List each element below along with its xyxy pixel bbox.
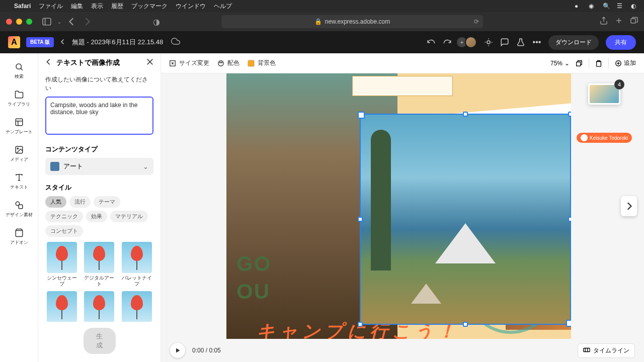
download-button[interactable]: ダウンロード [548, 35, 599, 50]
next-page-button[interactable] [621, 196, 637, 216]
style-chip-material[interactable]: マテリアル [110, 211, 148, 222]
panel-close-button[interactable] [146, 58, 153, 67]
selected-generated-image[interactable] [360, 114, 571, 325]
art-title-box[interactable] [352, 76, 453, 96]
art-text-go[interactable]: GO [236, 252, 271, 276]
prompt-input[interactable] [45, 97, 153, 135]
play-button[interactable] [170, 343, 185, 358]
style-chip-effect[interactable]: 効果 [86, 211, 107, 222]
thumbnail-stack[interactable]: 4 [588, 83, 620, 105]
collaborator-avatars[interactable]: + [459, 36, 477, 48]
generate-button[interactable]: 生成 [84, 328, 116, 354]
nav-elements[interactable]: デザイン素材 [0, 196, 38, 223]
content-type-select[interactable]: アート ⌄ [45, 158, 153, 175]
delete-icon[interactable] [595, 60, 602, 67]
style-item[interactable]: デジタルアート [83, 242, 116, 287]
tips-icon[interactable] [484, 38, 493, 47]
style-chip-theme[interactable]: テーマ [94, 196, 120, 208]
menu-edit[interactable]: 編集 [71, 2, 83, 11]
minimize-window-button[interactable] [16, 19, 22, 25]
selection-handle[interactable] [568, 217, 571, 222]
new-tab-icon[interactable] [615, 17, 623, 27]
style-thumb [122, 291, 152, 322]
duplicate-icon[interactable] [576, 60, 583, 67]
control-center-icon[interactable]: ☰ [617, 3, 624, 10]
window-controls[interactable] [6, 19, 32, 25]
nav-library[interactable]: ライブラリ [0, 85, 38, 113]
style-thumb [122, 242, 152, 273]
resize-button[interactable]: サイズ変更 [169, 59, 209, 67]
lock-icon: 🔒 [314, 18, 322, 25]
nav-text[interactable]: テキスト [0, 168, 38, 196]
document-title[interactable]: 無題 - 2023年6月11日 22.15.48 [72, 38, 163, 47]
menu-help[interactable]: ヘルプ [214, 2, 232, 11]
style-item[interactable]: 雑然さ [120, 291, 153, 322]
text-to-image-panel: テキストで画像作成 作成したい画像について教えてください コンテンツタイプ アー… [38, 53, 161, 362]
add-page-button[interactable]: 追加 [615, 59, 636, 67]
menu-history[interactable]: 履歴 [111, 2, 123, 11]
redo-button[interactable] [443, 38, 452, 47]
nav-back-button[interactable] [67, 17, 76, 26]
shield-icon[interactable]: ◑ [153, 17, 160, 27]
style-item[interactable]: ネオン [83, 291, 116, 322]
style-chip-popular[interactable]: 人気 [45, 196, 66, 208]
share-icon[interactable] [600, 17, 608, 27]
style-chip-concept[interactable]: コンセプト [45, 225, 83, 237]
panel-back-button[interactable] [45, 58, 52, 67]
menu-window[interactable]: ウインドウ [176, 2, 206, 11]
nav-media[interactable]: メディア [0, 140, 38, 168]
search-icon[interactable]: 🔍 [603, 3, 610, 10]
canvas-viewport[interactable]: GO OU キャンプに行こう！ 4 [161, 73, 644, 339]
maximize-window-button[interactable] [26, 19, 32, 25]
style-thumb [84, 291, 114, 322]
comment-icon[interactable] [500, 38, 509, 47]
style-thumb [47, 242, 77, 273]
nav-addons[interactable]: アドオン [0, 223, 38, 251]
undo-button[interactable] [427, 38, 436, 47]
page-thumbnails[interactable]: 4 Keisuke Todoroki [577, 83, 632, 143]
tabs-icon[interactable] [630, 17, 638, 27]
selection-handle[interactable] [568, 112, 571, 117]
adobe-express-logo[interactable]: A [8, 36, 20, 48]
share-button[interactable]: 共有 [606, 35, 636, 50]
menu-bookmarks[interactable]: ブックマーク [131, 2, 168, 11]
header-back-button[interactable] [60, 38, 66, 47]
beaker-icon[interactable] [516, 38, 525, 47]
style-item[interactable]: 彫紙 [45, 291, 78, 322]
zoom-control[interactable]: 75% ⌄ [550, 60, 570, 67]
menu-view[interactable]: 表示 [91, 2, 103, 11]
sidebar-dropdown-icon[interactable]: ⌄ [57, 19, 61, 25]
nav-forward-button [83, 17, 92, 26]
selection-handle[interactable] [463, 322, 468, 327]
svg-rect-2 [631, 19, 635, 23]
canvas-toolbar: サイズ変更 配色 背景色 75% ⌄ 追 [161, 53, 644, 73]
selection-handle[interactable] [463, 112, 468, 117]
url-bar[interactable]: 🔒 new.express.adobe.com ⟳ [221, 15, 483, 28]
nav-search[interactable]: 検索 [0, 57, 38, 85]
bgcolor-button[interactable]: 背景色 [248, 59, 276, 67]
art-text-ou[interactable]: OU [236, 280, 270, 304]
recolor-button[interactable]: 配色 [217, 59, 239, 67]
artboard[interactable]: GO OU キャンプに行こう！ [226, 73, 571, 339]
content-type-title: コンテンツタイプ [45, 145, 153, 154]
siri-icon[interactable]: ◐ [631, 3, 638, 10]
refresh-icon[interactable]: ⟳ [474, 18, 479, 25]
record-icon[interactable]: ◉ [589, 3, 596, 10]
timeline-button[interactable]: タイムライン [578, 343, 635, 358]
nav-templates[interactable]: テンプレート [0, 113, 38, 140]
cloud-sync-icon[interactable] [171, 37, 180, 48]
style-chip-trend[interactable]: 流行 [69, 196, 91, 208]
user-avatar[interactable] [465, 36, 477, 48]
palette-icon [217, 60, 224, 67]
close-window-button[interactable] [6, 19, 12, 25]
selection-handle[interactable] [358, 217, 363, 222]
more-icon[interactable]: ••• [532, 38, 541, 47]
sidebar-toggle-icon[interactable] [42, 17, 51, 26]
menu-file[interactable]: ファイル [39, 2, 63, 11]
menubar-app-name[interactable]: Safari [14, 3, 31, 10]
mic-icon[interactable]: ● [575, 3, 582, 10]
style-item[interactable]: パレットナイフ [120, 242, 153, 287]
selection-handle[interactable] [358, 322, 363, 327]
style-chip-technique[interactable]: テクニック [45, 211, 83, 222]
style-item[interactable]: シンセウェーブ [45, 242, 78, 287]
